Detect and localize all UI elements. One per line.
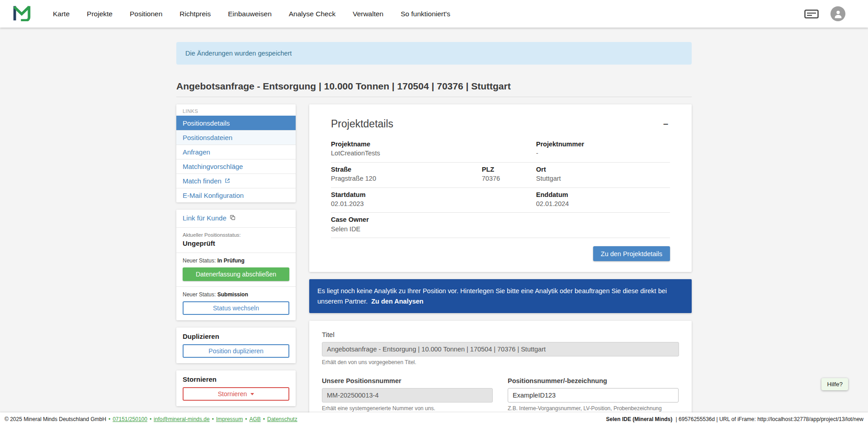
new-status-line-1: Neuer Status: In Prüfung — [183, 257, 289, 264]
field-label: Projektnummer — [536, 140, 670, 148]
project-details-header: Projektdetails – — [331, 118, 670, 130]
customer-link[interactable]: Link für Kunde — [183, 214, 289, 222]
footer-datenschutz-link[interactable]: Datenschutz — [267, 416, 297, 422]
field-value: 70376 — [482, 175, 536, 183]
sidebar-item-label: Anfragen — [183, 148, 210, 156]
sidebar-item-email-konfiguration[interactable]: E-Mail Konfiguration — [176, 188, 296, 202]
new-status-value: In Prüfung — [217, 257, 245, 264]
cancel-button-label: Stornieren — [218, 390, 247, 398]
project-details-card: Projektdetails – Projektname LotCreation… — [309, 104, 692, 272]
footer-impressum-link[interactable]: Impressum — [216, 416, 243, 422]
customer-link-section: Link für Kunde — [176, 210, 296, 227]
titel-input — [322, 342, 679, 356]
mineral-minds-logo-icon — [13, 5, 31, 23]
links-header: LINKS — [176, 104, 296, 116]
footer-email-link[interactable]: info@mineral-minds.de — [154, 416, 210, 422]
field-ort: Ort Stuttgart — [536, 166, 670, 183]
sidebar-item-label: Positionsdetails — [183, 119, 230, 127]
nav-item-projekte[interactable]: Projekte — [78, 10, 121, 18]
sidebar-item-matchingvorschlaege[interactable]: Matchingvorschläge — [176, 159, 296, 173]
cancel-card: Stornieren Stornieren — [176, 370, 296, 406]
current-status-section: Aktueller Positionsstatus: Ungeprüft — [176, 227, 296, 253]
field-projektnummer: Projektnummer - — [536, 140, 670, 158]
footer-agb-link[interactable]: AGB — [249, 416, 260, 422]
sidebar-links-card: LINKS Positionsdetails Positionsdateien … — [176, 104, 296, 202]
field-label: Ort — [536, 166, 670, 173]
sidebar-item-label: E-Mail Konfiguration — [183, 192, 244, 199]
field-strasse: Straße Pragstraße 120 — [331, 166, 482, 183]
project-row-4: Case Owner Selen IDE — [331, 213, 670, 238]
field-startdatum: Startdatum 02.01.2023 — [331, 191, 536, 208]
footer-right: Selen IDE (Mineral Minds) | 69576255536d… — [606, 416, 863, 422]
sidebar-item-label: Positionsdateien — [183, 134, 232, 141]
project-row-2: Straße Pragstraße 120 PLZ 70376 Ort Stut… — [331, 163, 670, 188]
nav-item-einbauweisen[interactable]: Einbauweisen — [219, 10, 280, 18]
our-number-label: Unsere Positionsnummer — [322, 377, 493, 384]
complete-data-entry-button[interactable]: Datenerfassung abschließen — [183, 267, 289, 281]
project-details-actions: Zu den Projektdetails — [331, 246, 670, 261]
sidebar-item-positionsdetails[interactable]: Positionsdetails — [176, 116, 296, 130]
field-label: Enddatum — [536, 191, 670, 199]
footer-user-info: Selen IDE (Mineral Minds) — [606, 416, 673, 422]
analytics-banner-text: Es liegt noch keine Analytik zu Ihrer Po… — [317, 287, 667, 304]
field-value: Stuttgart — [536, 175, 670, 183]
customer-link-label: Link für Kunde — [183, 214, 226, 222]
chevron-down-icon — [250, 393, 254, 395]
nav-item-karte[interactable]: Karte — [44, 10, 78, 18]
external-link-icon — [225, 177, 230, 185]
cancel-dropdown-button[interactable]: Stornieren — [183, 387, 289, 401]
go-to-analyses-link[interactable]: Zu den Analysen — [371, 298, 423, 305]
nav-item-richtpreis[interactable]: Richtpreis — [171, 10, 219, 18]
sidebar-item-positionsdateien[interactable]: Positionsdateien — [176, 130, 296, 145]
new-status-prefix: Neuer Status: — [183, 291, 216, 298]
current-status-value: Ungeprüft — [183, 239, 289, 247]
status-card: Link für Kunde Aktueller Positi — [176, 210, 296, 320]
field-value: Selen IDE — [331, 225, 670, 233]
content-container: Die Änderungen wurden gespeichert Angebo… — [176, 28, 692, 426]
cancel-title: Stornieren — [176, 370, 296, 383]
main-navigation: Karte Projekte Positionen Richtpreis Ein… — [44, 10, 459, 18]
page-scroll-area: Die Änderungen wurden gespeichert Angebo… — [0, 28, 868, 426]
go-to-project-details-button[interactable]: Zu den Projektdetails — [593, 246, 670, 261]
footer-phone-link[interactable]: 07151/250100 — [113, 416, 147, 422]
help-button[interactable]: Hilfe? — [821, 378, 848, 390]
field-label: Case Owner — [331, 216, 670, 224]
position-number-helper: Z.B. Interne-Vorgangsnummer, LV-Position… — [508, 405, 679, 412]
field-plz: PLZ 70376 — [482, 166, 536, 183]
nav-item-analyse-check[interactable]: Analyse Check — [280, 10, 344, 18]
field-label: Straße — [331, 166, 482, 173]
next-status-section-1: Neuer Status: In Prüfung Datenerfassung … — [176, 253, 296, 286]
field-label: Projektname — [331, 140, 536, 148]
user-avatar[interactable] — [830, 6, 845, 21]
field-value: Pragstraße 120 — [331, 175, 482, 183]
field-value: LotCreationTests — [331, 150, 536, 157]
sidebar-item-label: Match finden — [183, 177, 222, 185]
project-row-1: Projektname LotCreationTests Projektnumm… — [331, 137, 670, 163]
field-case-owner: Case Owner Selen IDE — [331, 216, 670, 233]
duplicate-position-button[interactable]: Position duplizieren — [183, 344, 289, 358]
footer-left: © 2025 Mineral Minds Deutschland GmbH • … — [5, 416, 297, 422]
copy-icon[interactable] — [230, 214, 236, 222]
card-reader-icon[interactable] — [804, 9, 819, 19]
sidebar-item-match-finden[interactable]: Match finden — [176, 173, 296, 188]
footer-separator: • — [108, 416, 110, 422]
field-value: 02.01.2024 — [536, 200, 670, 208]
nav-item-so-funktionierts[interactable]: So funktioniert's — [392, 10, 459, 18]
brand-logo[interactable] — [13, 5, 31, 23]
position-number-input[interactable] — [508, 388, 679, 403]
navbar-right-actions — [804, 6, 855, 21]
switch-status-button[interactable]: Status wechseln — [183, 301, 289, 315]
nav-item-positionen[interactable]: Positionen — [121, 10, 171, 18]
cancel-body: Stornieren — [176, 383, 296, 406]
sidebar-item-anfragen[interactable]: Anfragen — [176, 145, 296, 159]
nav-item-verwalten[interactable]: Verwalten — [344, 10, 392, 18]
new-status-value: Submission — [217, 291, 248, 298]
footer-separator: • — [150, 416, 151, 422]
collapse-panel-button[interactable]: – — [661, 118, 670, 129]
two-column-layout: LINKS Positionsdetails Positionsdateien … — [176, 104, 692, 426]
field-projektname: Projektname LotCreationTests — [331, 140, 536, 158]
footer-separator: • — [263, 416, 265, 422]
duplicate-body: Position duplizieren — [176, 340, 296, 363]
footer: © 2025 Mineral Minds Deutschland GmbH • … — [0, 412, 868, 426]
our-number-input — [322, 388, 493, 403]
